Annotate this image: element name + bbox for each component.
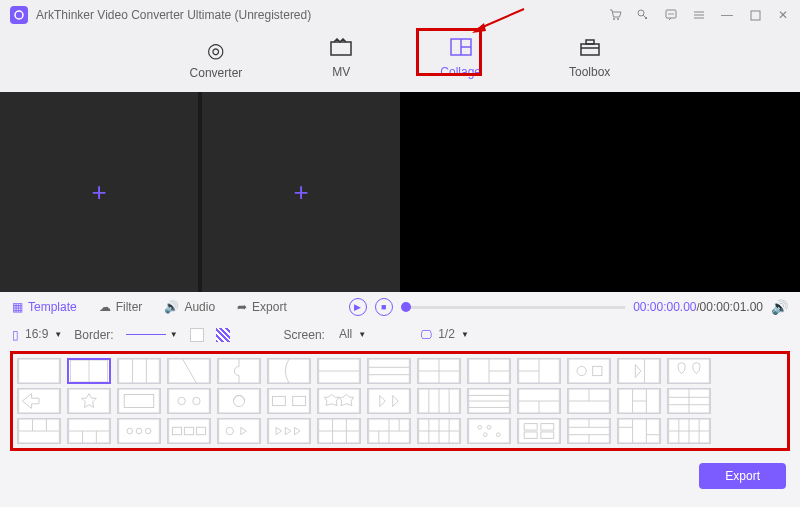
- svg-point-120: [487, 425, 491, 429]
- border-style-dropdown[interactable]: ▼: [126, 330, 178, 339]
- template-thumbnail[interactable]: [617, 388, 661, 414]
- template-thumbnail[interactable]: [267, 388, 311, 414]
- template-thumbnail[interactable]: [267, 418, 311, 444]
- svg-rect-28: [269, 359, 310, 383]
- template-thumbnail[interactable]: [167, 358, 211, 384]
- svg-rect-100: [196, 427, 205, 434]
- add-media-slot-2[interactable]: +: [202, 92, 400, 292]
- border-preview: [126, 334, 166, 335]
- subtab-filter[interactable]: ☁Filter: [99, 300, 143, 314]
- minimize-icon[interactable]: —: [720, 8, 734, 22]
- subtab-audio[interactable]: 🔊Audio: [164, 300, 215, 314]
- template-thumbnail[interactable]: [367, 418, 411, 444]
- key-icon[interactable]: [636, 8, 650, 22]
- svg-point-94: [127, 428, 133, 434]
- template-thumbnail[interactable]: [617, 358, 661, 384]
- template-icon: ▦: [12, 300, 23, 314]
- chevron-down-icon: ▼: [358, 330, 366, 339]
- template-thumbnail[interactable]: [117, 388, 161, 414]
- template-thumbnail[interactable]: [617, 418, 661, 444]
- plus-icon: +: [293, 177, 308, 208]
- tab-collage[interactable]: Collage: [426, 34, 495, 84]
- svg-point-5: [668, 13, 670, 15]
- volume-icon[interactable]: 🔊: [771, 299, 788, 315]
- template-thumbnail[interactable]: [467, 358, 511, 384]
- subtab-label: Template: [28, 300, 77, 314]
- template-thumbnail[interactable]: [217, 358, 261, 384]
- add-media-slot-1[interactable]: +: [0, 92, 198, 292]
- template-thumbnail[interactable]: [467, 418, 511, 444]
- template-thumbnail[interactable]: [167, 388, 211, 414]
- template-thumbnail[interactable]: [567, 358, 611, 384]
- screen-label: Screen:: [284, 328, 325, 342]
- svg-rect-99: [184, 427, 193, 434]
- svg-point-44: [577, 366, 586, 375]
- template-thumbnail[interactable]: [667, 388, 711, 414]
- menu-icon[interactable]: [692, 8, 706, 22]
- template-thumbnail[interactable]: [267, 358, 311, 384]
- screen-value: All: [337, 326, 354, 343]
- export-button[interactable]: Export: [699, 463, 786, 489]
- svg-rect-8: [751, 11, 760, 20]
- template-thumbnail[interactable]: [117, 418, 161, 444]
- subtab-label: Audio: [184, 300, 215, 314]
- svg-point-54: [178, 397, 185, 404]
- template-thumbnail[interactable]: [17, 358, 61, 384]
- template-thumbnail[interactable]: [417, 358, 461, 384]
- tab-converter[interactable]: ◎Converter: [176, 34, 257, 84]
- play-button[interactable]: ▶: [349, 298, 367, 316]
- preview-ratio-value: 1/2: [436, 326, 457, 343]
- svg-rect-97: [169, 419, 210, 443]
- stop-button[interactable]: ■: [375, 298, 393, 316]
- svg-rect-56: [219, 389, 260, 413]
- template-thumbnail[interactable]: [417, 418, 461, 444]
- tab-label: Collage: [440, 65, 481, 79]
- time-total: 00:00:01.00: [700, 300, 763, 314]
- template-thumbnail[interactable]: [517, 418, 561, 444]
- template-thumbnail[interactable]: [517, 388, 561, 414]
- border-pattern-picker[interactable]: [216, 328, 230, 342]
- template-thumbnail[interactable]: [667, 358, 711, 384]
- tab-toolbox[interactable]: Toolbox: [555, 34, 624, 84]
- maximize-icon[interactable]: [748, 8, 762, 22]
- svg-rect-31: [369, 359, 410, 383]
- cart-icon[interactable]: [608, 8, 622, 22]
- close-icon[interactable]: ✕: [776, 8, 790, 22]
- svg-rect-22: [119, 359, 160, 383]
- preview-size-dropdown[interactable]: 🖵1/2▼: [420, 326, 469, 343]
- subtab-template[interactable]: ▦Template: [12, 300, 77, 314]
- template-thumbnail[interactable]: [67, 388, 111, 414]
- svg-rect-101: [219, 419, 260, 443]
- subtab-export[interactable]: ➦Export: [237, 300, 287, 314]
- template-thumbnail[interactable]: [167, 418, 211, 444]
- svg-point-95: [136, 428, 142, 434]
- template-thumbnail[interactable]: [317, 418, 361, 444]
- template-thumbnail[interactable]: [67, 358, 111, 384]
- template-thumbnail[interactable]: [667, 418, 711, 444]
- svg-rect-51: [119, 389, 160, 413]
- template-thumbnail[interactable]: [317, 388, 361, 414]
- template-thumbnail[interactable]: [467, 388, 511, 414]
- svg-rect-59: [272, 396, 285, 405]
- feedback-icon[interactable]: [664, 8, 678, 22]
- aspect-ratio-dropdown[interactable]: ▯16:9▼: [12, 326, 62, 343]
- template-thumbnail[interactable]: [517, 358, 561, 384]
- template-thumbnail[interactable]: [417, 388, 461, 414]
- template-thumbnail[interactable]: [367, 388, 411, 414]
- template-thumbnail[interactable]: [17, 388, 61, 414]
- border-color-picker[interactable]: [190, 328, 204, 342]
- template-thumbnail[interactable]: [367, 358, 411, 384]
- template-thumbnail[interactable]: [217, 418, 261, 444]
- ratio-value: 16:9: [23, 326, 50, 343]
- template-thumbnail[interactable]: [567, 388, 611, 414]
- template-thumbnail[interactable]: [317, 358, 361, 384]
- template-thumbnail[interactable]: [117, 358, 161, 384]
- template-thumbnail[interactable]: [17, 418, 61, 444]
- template-thumbnail[interactable]: [567, 418, 611, 444]
- template-thumbnail[interactable]: [67, 418, 111, 444]
- progress-bar[interactable]: [401, 306, 625, 309]
- svg-rect-61: [319, 389, 360, 413]
- template-thumbnail[interactable]: [217, 388, 261, 414]
- tab-mv[interactable]: MV: [316, 34, 366, 84]
- screen-dropdown[interactable]: All▼: [337, 326, 366, 343]
